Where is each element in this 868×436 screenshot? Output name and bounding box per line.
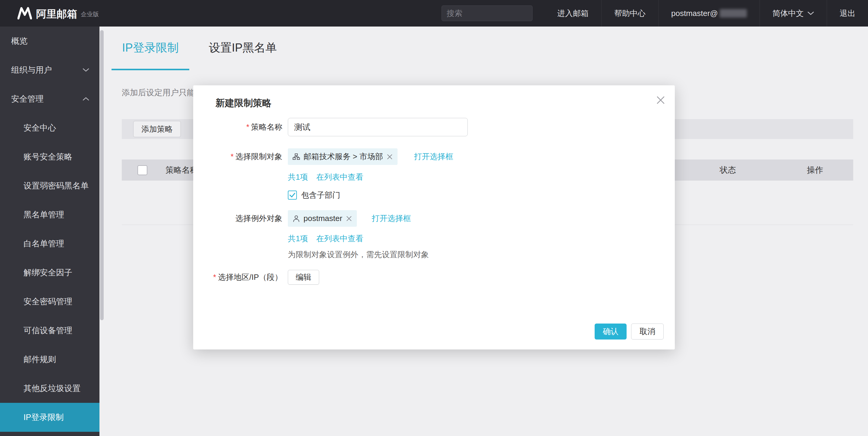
- required-asterisk: *: [230, 152, 234, 161]
- sidebar-item-other-antispam[interactable]: 其他反垃圾设置: [0, 374, 99, 403]
- sidebar-item-security-center[interactable]: 安全中心: [0, 113, 99, 142]
- topbar: 阿里邮箱 企业版 进入邮箱 帮助中心 postmaster@ 简体中文 退出: [0, 0, 868, 27]
- cancel-button[interactable]: 取消: [631, 323, 664, 340]
- tabs-bar: IP登录限制 设置IP黑名单: [104, 27, 868, 70]
- remove-tag-icon[interactable]: [387, 154, 393, 160]
- exception-target-tag: postmaster: [288, 210, 357, 227]
- sidebar-item-label: 其他反垃圾设置: [24, 383, 81, 394]
- department-icon: [293, 153, 300, 161]
- exception-target-label: 选择例外对象: [193, 213, 282, 224]
- exception-target-tag-label: postmaster: [304, 214, 342, 223]
- sidebar-item-trusted-devices[interactable]: 可信设备管理: [0, 316, 99, 345]
- sidebar-item-label: 账号安全策略: [24, 151, 72, 162]
- restrict-target-tag: 邮箱技术服务 > 市场部: [288, 148, 398, 165]
- chevron-down-icon: [807, 11, 814, 16]
- alimail-logo-icon: [18, 6, 32, 20]
- exception-target-row: 选择例外对象 postmaster 打开选择框: [193, 210, 675, 227]
- policy-name-input[interactable]: [288, 118, 468, 136]
- sidebar-item-label: 安全管理: [11, 93, 44, 104]
- select-all-checkbox[interactable]: [137, 165, 147, 175]
- restrict-target-label: *选择限制对象: [193, 151, 282, 162]
- restrict-count-text: 共1项: [288, 172, 308, 182]
- include-sub-row: 包含子部门: [193, 190, 675, 200]
- exception-view-in-list-link[interactable]: 在列表中查看: [316, 233, 363, 244]
- sidebar-item-label: 设置弱密码黑名单: [24, 180, 89, 191]
- sidebar-item-label: 黑名单管理: [24, 209, 64, 220]
- tab-label: IP登录限制: [122, 40, 179, 56]
- account-domain-redacted: [720, 9, 747, 18]
- tab-ip-login-restriction[interactable]: IP登录限制: [112, 27, 189, 70]
- include-sub-checkbox[interactable]: [288, 191, 297, 200]
- enter-mailbox-link[interactable]: 进入邮箱: [545, 0, 601, 27]
- sidebar-item-mail-rules[interactable]: 邮件规则: [0, 345, 99, 374]
- close-icon[interactable]: [656, 95, 665, 105]
- sidebar-item-security-password[interactable]: 安全密码管理: [0, 287, 99, 316]
- sidebar-item-label: 解绑安全因子: [24, 267, 72, 278]
- sidebar-item-label: IP登录限制: [24, 412, 64, 423]
- topbar-search[interactable]: [441, 5, 532, 21]
- new-policy-modal: 新建限制策略 *策略名称 *选择限制对象 邮箱技术服务 > 市场部: [193, 85, 675, 349]
- column-header-action: 操作: [807, 165, 823, 175]
- help-center-label: 帮助中心: [614, 8, 646, 19]
- remove-tag-icon[interactable]: [346, 215, 352, 222]
- sidebar-item-blacklist-management[interactable]: 黑名单管理: [0, 200, 99, 229]
- exception-count-row: 共1项 在列表中查看: [193, 234, 675, 243]
- sidebar-item-label: 邮件规则: [24, 354, 56, 365]
- policy-name-row: *策略名称: [193, 118, 675, 136]
- region-ip-label: *选择地区/IP（段）: [193, 272, 282, 283]
- language-label: 简体中文: [772, 8, 804, 19]
- column-header-status: 状态: [720, 165, 736, 175]
- enter-mailbox-label: 进入邮箱: [557, 8, 589, 19]
- language-selector[interactable]: 简体中文: [760, 0, 827, 27]
- chevron-up-icon: [83, 97, 89, 101]
- sidebar-item-label: 组织与用户: [11, 64, 52, 76]
- sidebar-item-label: 概览: [11, 36, 27, 47]
- search-input[interactable]: [447, 9, 548, 18]
- check-icon: [289, 193, 296, 198]
- sidebar-item-ip-login-restriction[interactable]: IP登录限制: [0, 403, 99, 432]
- account-menu[interactable]: postmaster@: [658, 0, 760, 27]
- restrict-target-row: *选择限制对象 邮箱技术服务 > 市场部 打开选择框: [193, 148, 675, 165]
- required-asterisk: *: [213, 272, 216, 282]
- policy-name-label: *策略名称: [193, 122, 282, 133]
- exception-hint-row: 为限制对象设置例外，需先设置限制对象: [193, 250, 675, 259]
- confirm-button[interactable]: 确认: [595, 323, 627, 340]
- sidebar-item-security[interactable]: 安全管理: [0, 84, 99, 113]
- chevron-down-icon: [83, 68, 89, 72]
- sidebar: 概览 组织与用户 安全管理 安全中心 账号安全策略 设置弱密码黑名单 黑名单管理…: [0, 27, 99, 436]
- sidebar-item-account-security-policy[interactable]: 账号安全策略: [0, 142, 99, 171]
- account-label: postmaster@: [671, 9, 718, 18]
- modal-footer: 确认 取消: [595, 323, 664, 340]
- sidebar-item-unbind-security-factor[interactable]: 解绑安全因子: [0, 258, 99, 287]
- region-ip-row: *选择地区/IP（段） 编辑: [193, 270, 675, 285]
- sidebar-item-weak-password-blacklist[interactable]: 设置弱密码黑名单: [0, 171, 99, 200]
- include-sub-label: 包含子部门: [301, 190, 340, 201]
- logout-label: 退出: [840, 8, 855, 19]
- person-icon: [293, 215, 300, 222]
- brand-edition-badge: 企业版: [81, 10, 99, 19]
- tab-ip-blacklist[interactable]: 设置IP黑名单: [198, 27, 287, 70]
- restrict-open-selector-link[interactable]: 打开选择框: [414, 151, 453, 162]
- sidebar-scrollbar[interactable]: [100, 30, 104, 320]
- restrict-count-row: 共1项 在列表中查看: [193, 172, 675, 182]
- sidebar-item-label: 安全中心: [24, 122, 56, 133]
- sidebar-item-label: 白名单管理: [24, 238, 64, 249]
- edit-region-button[interactable]: 编辑: [288, 270, 319, 285]
- sidebar-item-label: 可信设备管理: [24, 325, 72, 336]
- exception-open-selector-link[interactable]: 打开选择框: [372, 213, 411, 224]
- exception-hint-text: 为限制对象设置例外，需先设置限制对象: [288, 249, 429, 260]
- modal-title: 新建限制策略: [216, 97, 272, 110]
- help-center-link[interactable]: 帮助中心: [601, 0, 658, 27]
- restrict-view-in-list-link[interactable]: 在列表中查看: [316, 172, 363, 182]
- required-asterisk: *: [246, 122, 249, 132]
- sidebar-item-whitelist-management[interactable]: 白名单管理: [0, 229, 99, 258]
- sidebar-item-org-users[interactable]: 组织与用户: [0, 56, 99, 84]
- sidebar-item-overview[interactable]: 概览: [0, 27, 99, 56]
- brand-name: 阿里邮箱: [36, 9, 77, 19]
- restrict-target-tag-label: 邮箱技术服务 > 市场部: [304, 151, 383, 162]
- brand: 阿里邮箱 企业版: [0, 6, 99, 20]
- add-policy-button[interactable]: 添加策略: [133, 121, 181, 137]
- logout-button[interactable]: 退出: [827, 0, 868, 27]
- tab-label: 设置IP黑名单: [209, 40, 277, 56]
- sidebar-item-label: 安全密码管理: [24, 296, 72, 307]
